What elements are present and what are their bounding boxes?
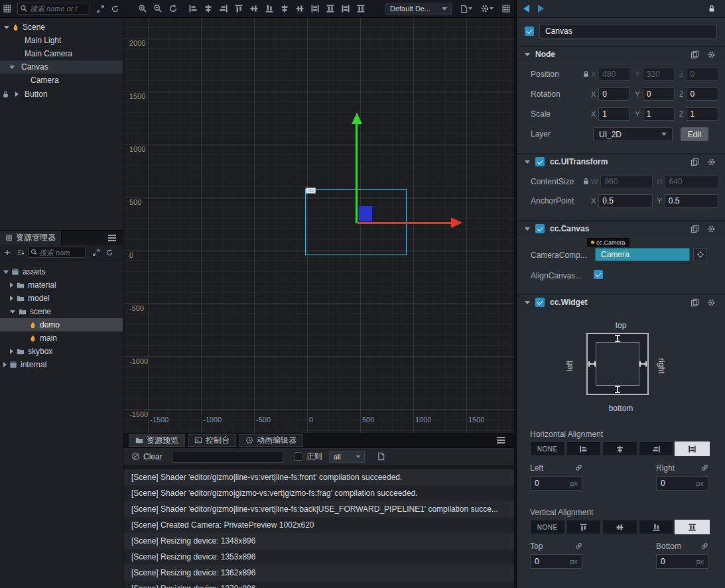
assets-search-input[interactable] xyxy=(39,249,85,257)
paste-component-icon[interactable] xyxy=(691,298,699,307)
align-left-icon[interactable] xyxy=(188,4,198,13)
log-level-dropdown[interactable]: all xyxy=(329,451,365,463)
chevron-right-icon[interactable] xyxy=(10,282,13,288)
rotation-x-input[interactable] xyxy=(598,88,630,101)
lock-icon[interactable] xyxy=(2,91,9,98)
refresh-assets-icon[interactable] xyxy=(105,249,113,257)
scale-z-input[interactable] xyxy=(686,107,718,121)
panel-menu-icon[interactable] xyxy=(108,235,116,241)
anchor-y-input[interactable] xyxy=(665,194,718,207)
history-back-icon[interactable] xyxy=(523,5,529,13)
node-active-checkbox[interactable] xyxy=(525,27,534,36)
console-log-list[interactable]: [Scene] Shader 'editor/gizmo|line-vs:ver… xyxy=(123,465,514,588)
scale-y-input[interactable] xyxy=(643,107,675,121)
halign-center-button[interactable] xyxy=(602,441,637,456)
match-height-icon[interactable] xyxy=(356,4,365,13)
log-entry[interactable]: [Scene] Shader 'editor/gizmo|gizmo-vs:ve… xyxy=(123,485,514,501)
log-entry[interactable]: [Scene] Resizing device: 1362x896 xyxy=(123,565,514,581)
hierarchy-item-main-light[interactable]: Main Light xyxy=(0,34,123,47)
create-asset-icon[interactable] xyxy=(3,249,11,257)
valign-stretch-button[interactable] xyxy=(675,520,710,534)
paste-component-icon[interactable] xyxy=(691,158,699,166)
align-middle-icon[interactable] xyxy=(249,4,259,13)
gizmo-x-axis[interactable] xyxy=(358,222,451,224)
hierarchy-search[interactable] xyxy=(17,3,90,15)
camera-reference-field[interactable]: Camera xyxy=(595,248,690,261)
align-center-horizontal-icon[interactable] xyxy=(204,4,213,13)
sort-assets-icon[interactable] xyxy=(17,249,25,257)
chevron-right-icon[interactable] xyxy=(15,91,19,97)
hierarchy-item-button[interactable]: Button xyxy=(0,88,123,101)
rotation-z-input[interactable] xyxy=(686,88,718,101)
valign-top-button[interactable] xyxy=(566,520,602,534)
regex-checkbox[interactable] xyxy=(294,452,302,461)
canvas-enabled-checkbox[interactable] xyxy=(535,224,545,233)
chevron-down-icon[interactable] xyxy=(525,301,530,304)
widget-alignment-diagram[interactable] xyxy=(586,333,649,395)
section-uitransform[interactable]: cc.UITransform xyxy=(517,153,725,169)
align-bottom-icon[interactable] xyxy=(265,4,274,13)
gizmo-y-axis-arrowhead[interactable] xyxy=(352,113,362,124)
hierarchy-search-input[interactable] xyxy=(30,5,90,13)
asset-item-demo[interactable]: demo xyxy=(0,318,123,331)
zoom-out-icon[interactable] xyxy=(153,4,163,13)
log-entry[interactable]: [Scene] Shader 'editor/gizmo|line-vs:ver… xyxy=(123,501,514,517)
tab-animation-editor[interactable]: 动画编辑器 xyxy=(239,434,303,447)
position-y-input[interactable] xyxy=(643,68,675,81)
scale-x-input[interactable] xyxy=(598,107,630,121)
distribute-horizontal-icon[interactable] xyxy=(280,4,289,13)
link-icon[interactable] xyxy=(575,464,582,471)
valign-none-button[interactable]: NONE xyxy=(530,520,565,534)
chevron-down-icon[interactable] xyxy=(525,227,530,231)
gizmo-x-axis-arrowhead[interactable] xyxy=(451,217,462,228)
layer-dropdown[interactable]: UI_2D xyxy=(593,127,673,141)
chevron-right-icon[interactable] xyxy=(10,349,13,354)
history-forward-icon[interactable] xyxy=(538,5,544,13)
tab-assets-manager[interactable]: 资源管理器 xyxy=(0,231,62,245)
log-entry[interactable]: [Scene] Resizing device: 1370x896 xyxy=(123,581,514,588)
hierarchy-item-main-camera[interactable]: Main Camera xyxy=(0,47,123,60)
link-icon[interactable] xyxy=(701,464,708,471)
log-entry[interactable]: [Scene] Resizing device: 1353x896 xyxy=(123,549,514,565)
match-width-icon[interactable] xyxy=(341,4,350,13)
hierarchy-item-scene[interactable]: Scene xyxy=(0,21,123,34)
asset-item-main[interactable]: main xyxy=(0,331,123,345)
chevron-right-icon[interactable] xyxy=(10,296,13,301)
paste-component-icon[interactable] xyxy=(691,50,699,59)
bottom-offset-input[interactable]: 0 px xyxy=(656,554,708,569)
widget-enabled-checkbox[interactable] xyxy=(535,298,545,307)
valign-middle-button[interactable] xyxy=(602,520,637,534)
section-node[interactable]: Node xyxy=(517,46,725,62)
section-widget[interactable]: cc.Widget xyxy=(517,294,725,310)
uitransform-enabled-checkbox[interactable] xyxy=(535,157,545,166)
halign-none-button[interactable]: NONE xyxy=(530,441,565,456)
log-entry[interactable]: [Scene] Created Camera: PrivatePreview 1… xyxy=(123,517,514,533)
asset-item-model[interactable]: model xyxy=(0,292,123,305)
hierarchy-item-camera[interactable]: Camera xyxy=(0,74,123,87)
gear-icon[interactable] xyxy=(707,298,716,307)
asset-item-material[interactable]: material xyxy=(0,278,123,292)
rotation-y-input[interactable] xyxy=(643,88,675,101)
asset-item-internal[interactable]: internal xyxy=(0,358,123,371)
panel-menu-icon[interactable] xyxy=(497,437,505,443)
align-top-icon[interactable] xyxy=(234,4,243,13)
chevron-down-icon[interactable] xyxy=(525,53,530,56)
position-z-input[interactable] xyxy=(686,68,718,81)
collapse-all-icon[interactable] xyxy=(92,249,100,257)
node-name-input[interactable] xyxy=(539,24,717,38)
gear-icon[interactable] xyxy=(707,50,716,59)
panel-menu-icon[interactable] xyxy=(3,4,12,13)
asset-item-skybox[interactable]: skybox xyxy=(0,345,123,358)
halign-left-button[interactable] xyxy=(566,441,602,456)
content-width-input[interactable] xyxy=(600,175,652,188)
reset-view-icon[interactable] xyxy=(168,4,178,13)
chevron-down-icon[interactable] xyxy=(3,270,9,274)
scene-viewport[interactable]: 2000 1500 1000 500 0 -500 -1000 -1500 -1… xyxy=(123,18,514,433)
export-log-icon[interactable] xyxy=(377,452,385,461)
hierarchy-item-canvas[interactable]: Canvas xyxy=(0,60,123,74)
top-offset-input[interactable]: 0 px xyxy=(530,554,582,569)
gear-icon[interactable] xyxy=(707,225,716,233)
tab-console[interactable]: 控制台 xyxy=(188,434,236,447)
console-filter-input[interactable] xyxy=(172,451,283,463)
log-entry[interactable]: [Scene] Shader 'editor/gizmo|line-vs:ver… xyxy=(123,469,514,485)
